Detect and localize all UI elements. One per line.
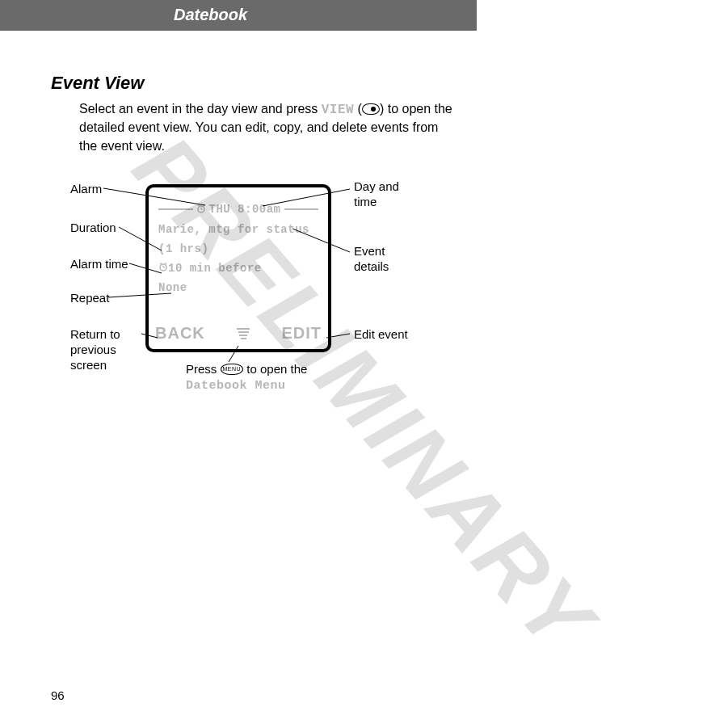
annotation-alarm: Alarm [70,182,102,197]
chapter-header: Datebook [0,0,477,31]
datebook-menu-keyword: Datebook Menu [186,379,286,393]
section-heading: Event View [51,73,144,94]
phone-screen: THU 8:00am Marie, mtg for status (1 hrs)… [145,184,331,352]
screen-alarm-time: 10 min before [168,262,262,275]
svg-line-9 [160,263,162,265]
annotation-details: Event details [354,244,419,275]
alarm-icon [196,202,206,217]
softkey-row: BACK EDIT [155,324,322,343]
annotation-menu-mid: to open the [243,362,307,376]
screen-day-time: THU 8:00am [209,203,281,216]
screen-title-row: THU 8:00am [158,202,318,217]
intro-text-pre: Select an event in the day view and pres… [79,102,322,116]
screen-repeat: None [158,281,318,294]
svg-line-4 [198,205,200,207]
screen-duration: (1 hrs) [158,242,318,255]
svg-line-5 [203,205,204,207]
annotation-edit: Edit event [354,327,419,343]
annotation-menu-pre: Press [186,362,221,376]
page-number: 96 [51,688,65,702]
annotation-day-time: Day and time [354,179,419,210]
annotation-return: Return to previous screen [70,327,143,372]
svg-point-0 [371,107,376,112]
chapter-title: Datebook [174,6,247,24]
softkey-pill-icon [362,103,380,115]
view-keyword: VIEW [322,103,354,117]
softkey-edit[interactable]: EDIT [281,324,322,343]
alarm-icon [158,262,168,275]
annotation-menu: Press MENU to open the Datebook Menu [186,362,347,394]
annotation-repeat: Repeat [70,291,109,306]
menu-icon[interactable] [236,328,250,339]
menu-key-icon: MENU [221,364,244,375]
softkey-back[interactable]: BACK [155,324,205,343]
annotation-alarm-time: Alarm time [70,257,128,272]
intro-paragraph: Select an event in the day view and pres… [79,100,459,155]
screen-alarm-time-row: 10 min before [158,262,318,275]
annotation-duration: Duration [70,221,116,236]
screen-event-details: Marie, mtg for status [158,223,318,236]
svg-line-10 [165,263,166,265]
